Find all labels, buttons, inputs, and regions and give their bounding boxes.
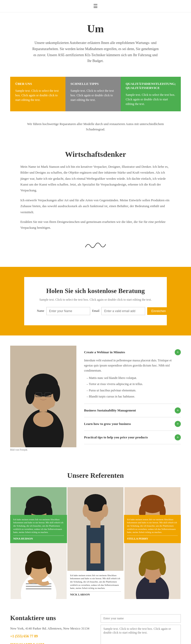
nina-quote: Ich habe meinen ersten Job vor meinem Ab… xyxy=(13,518,64,534)
svg-point-10 xyxy=(45,400,55,408)
wirtschaft-title: Wirtschaftsdenker xyxy=(20,150,171,159)
card-body: Sample text. Click to select the text bo… xyxy=(71,88,116,102)
contact-info: Kontaktiere uns New York, 4140 Parker Rd… xyxy=(10,614,90,644)
nina-overlay: Ich habe meinen ersten Job vor meinem Ab… xyxy=(10,515,67,543)
list-item: Tortor at risus viverra adipiscing at in… xyxy=(87,381,181,387)
card-title: SCHNELLE TIPPS xyxy=(71,82,116,86)
referenten-grid-row1: Ich habe meinen ersten Job vor meinem Ab… xyxy=(10,487,181,543)
list-item: Mattis nunc sed blandit libero volutpat. xyxy=(87,375,181,380)
email-input[interactable] xyxy=(101,307,145,315)
svg-point-51 xyxy=(139,561,146,576)
nick-name: NICK LARSON xyxy=(70,591,121,596)
accordion-plus-4[interactable]: + xyxy=(175,434,181,440)
cta-title: Holen Sie sich kostenlose Beratung xyxy=(37,287,154,295)
accordion-section: Bild von Freepik Create a Webinar in Min… xyxy=(0,335,191,461)
contact-email: INFO@SAMPLE.COM xyxy=(10,641,90,644)
cars-text: Wir führen hochwertige Reparaturen aller… xyxy=(0,119,191,140)
wirtschaft-section: Wirtschaftsdenker Mein Name ist Mark Sta… xyxy=(0,140,191,267)
contact-section: Kontaktiere uns New York, 4140 Parker Rd… xyxy=(0,604,191,644)
accordion-body-1: Interdum velit euismod in pellentesque m… xyxy=(84,355,181,399)
menu-icon[interactable]: ☰ xyxy=(93,3,98,9)
hero-description: Unsere unkomplizierten Autoberater erläu… xyxy=(32,40,159,64)
contact-message-input[interactable] xyxy=(101,625,181,644)
wirtschaft-para1: Mein Name ist Mark Stanson und ich bin e… xyxy=(20,164,171,193)
card-title: QUALITÄTSDIENSTLEISTUNG; QUALITÄTSSERVIC… xyxy=(126,82,176,90)
wirtschaft-para3: Erzählen Sie mir von Ihren Designwünsche… xyxy=(20,219,171,231)
list-item: Blandit turpis cursus in hac habitasse. xyxy=(87,394,181,399)
card-uber-uns: ÜBER UNS Sample text. Click to select th… xyxy=(10,77,65,111)
submit-button[interactable]: Einreichen xyxy=(147,307,170,315)
ref-card-nick-bottom: Ich habe meinen ersten Job vor meinem Ab… xyxy=(67,543,124,599)
accordion-image-container: Bild von Freepik xyxy=(10,346,76,451)
svg-point-24 xyxy=(83,504,89,517)
cta-subtitle: Sample text. Click to select the text bo… xyxy=(37,297,154,302)
name-input[interactable] xyxy=(46,307,90,315)
svg-rect-20 xyxy=(87,525,104,543)
referenten-section: Unsere Referenten Ich habe meinen ersten… xyxy=(0,461,191,604)
nick-overlay: Ich habe meinen ersten Job vor meinem Ab… xyxy=(67,571,124,599)
accordion-item-3: Learn how to grow your business + xyxy=(84,417,181,431)
svg-point-6 xyxy=(53,384,60,402)
name-label: Name xyxy=(37,309,44,313)
accordion-list-1: Mattis nunc sed blandit libero volutpat.… xyxy=(87,375,181,399)
svg-point-11 xyxy=(33,412,53,427)
accordion-title-2: Business Sustainability Management xyxy=(84,408,136,412)
nick-quote: Ich habe meinen ersten Job vor meinem Ab… xyxy=(70,574,121,590)
svg-point-25 xyxy=(102,504,108,517)
card-body: Sample text. Click to select the text bo… xyxy=(126,93,176,106)
ref-card-nina: Ich habe meinen ersten Job vor meinem Ab… xyxy=(10,487,67,543)
cta-banner: Holen Sie sich kostenlose Beratung Sampl… xyxy=(0,267,191,335)
contact-address: New York, 4140 Parker Rd. Allentown, New… xyxy=(10,626,90,631)
contact-title: Kontaktiere uns xyxy=(10,614,90,622)
accordion-items: Create a Webinar in Minutes + Interdum v… xyxy=(84,346,181,451)
signature xyxy=(20,235,171,257)
accordion-item-2: Business Sustainability Management + xyxy=(84,404,181,417)
stella-overlay: Ich habe meinen ersten Job vor meinem Ab… xyxy=(124,515,181,543)
email-label: Email xyxy=(92,309,100,313)
person-image xyxy=(10,346,76,447)
hero-section: Um Unsere unkomplizierten Autoberater er… xyxy=(0,12,191,69)
contact-form: Abschicken xyxy=(101,614,181,644)
cta-box: Holen Sie sich kostenlose Beratung Sampl… xyxy=(24,277,167,325)
card-body: Sample text. Click to select the text bo… xyxy=(15,88,60,102)
accordion-item-4: Practical tips to help you price your pr… xyxy=(84,431,181,444)
accordion-plus-3[interactable]: + xyxy=(175,421,181,427)
accordion-header-4[interactable]: Practical tips to help you price your pr… xyxy=(84,434,181,440)
accordion-text-1: Interdum velit euismod in pellentesque m… xyxy=(84,358,181,373)
image-caption: Bild von Freepik xyxy=(10,448,76,451)
referenten-grid-row2: Ich habe meinen ersten Job vor meinem Ab… xyxy=(10,543,181,599)
accordion-title-3: Learn how to grow your business xyxy=(84,422,131,426)
card-schnelle-tipps: SCHNELLE TIPPS Sample text. Click to sel… xyxy=(65,77,121,111)
accordion-header-2[interactable]: Business Sustainability Management + xyxy=(84,407,181,413)
svg-rect-45 xyxy=(90,543,101,563)
accordion-header-3[interactable]: Learn how to grow your business + xyxy=(84,421,181,427)
ref-card-woman2 xyxy=(10,543,67,599)
header: ☰ xyxy=(0,0,191,12)
accordion-title-4: Practical tips to help you price your pr… xyxy=(84,435,148,439)
cards-section: ÜBER UNS Sample text. Click to select th… xyxy=(0,69,191,119)
card-qualitat: QUALITÄTSDIENSTLEISTUNG; QUALITÄTSSERVIC… xyxy=(121,77,181,111)
ref-card-nick-top xyxy=(67,487,124,543)
svg-point-52 xyxy=(159,561,166,575)
stella-quote: Ich habe meinen ersten Job vor meinem Ab… xyxy=(127,518,178,534)
accordion-item-1: Create a Webinar in Minutes + Interdum v… xyxy=(84,346,181,404)
ref-card-stella: Ich habe meinen ersten Job vor meinem Ab… xyxy=(124,487,181,543)
wirtschaft-para2: Ich entwerfe Verpackungen aller Art und … xyxy=(20,197,171,215)
accordion-plus-2[interactable]: + xyxy=(175,407,181,413)
contact-name-input[interactable] xyxy=(101,614,181,623)
svg-point-41 xyxy=(25,561,32,575)
cta-form: Name Email Einreichen xyxy=(37,307,154,315)
contact-phone: +1 (555) 656 77 89 xyxy=(10,633,90,639)
svg-point-5 xyxy=(25,384,35,404)
nina-name: NINA HUDSON xyxy=(13,535,64,540)
referenten-title: Unsere Referenten xyxy=(10,471,181,480)
page-title: Um xyxy=(20,23,171,35)
accordion-title-1: Create a Webinar in Minutes xyxy=(84,350,125,354)
card-title: ÜBER UNS xyxy=(15,82,60,86)
accordion-plus-1[interactable]: + xyxy=(175,349,181,355)
stella-name: STELLA PERRY xyxy=(127,535,178,540)
ref-card-mature-woman xyxy=(124,543,181,599)
svg-point-42 xyxy=(46,561,52,574)
list-item: Purus ut faucibus pulvinar elementum. xyxy=(87,388,181,393)
accordion-header-1[interactable]: Create a Webinar in Minutes + xyxy=(84,349,181,355)
